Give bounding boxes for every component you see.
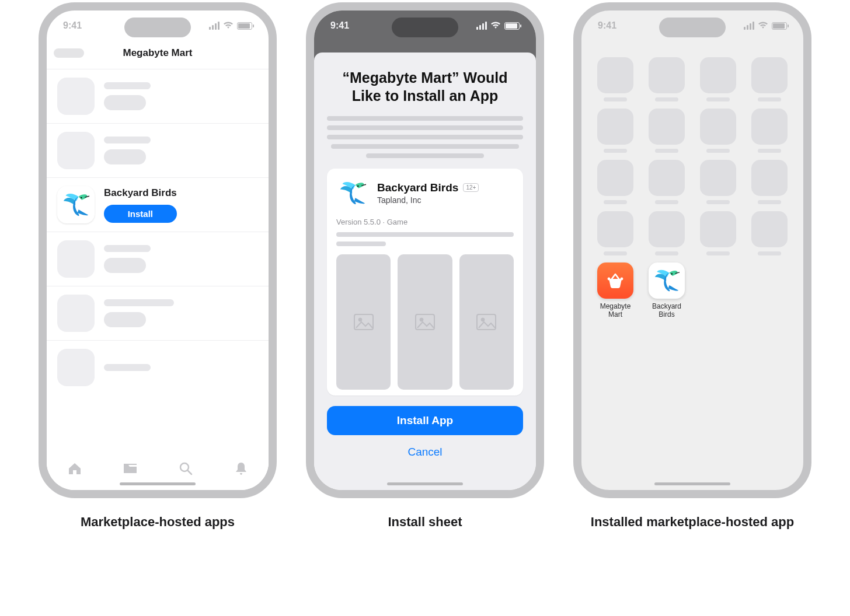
install-sheet: “Megabyte Mart” Would Like to Install an… xyxy=(314,52,536,490)
list-item[interactable] xyxy=(47,232,269,286)
caption-c: Installed marketplace-hosted app xyxy=(591,514,794,530)
status-icons xyxy=(209,21,252,30)
tab-search[interactable] xyxy=(177,460,194,479)
app-name-label: Backyard Birds xyxy=(104,187,177,199)
home-app-placeholder[interactable] xyxy=(592,57,639,102)
nav-back-placeholder[interactable] xyxy=(54,48,84,58)
list-item-texts xyxy=(104,299,174,327)
install-button[interactable]: Install xyxy=(104,205,177,223)
app-name-label: Backyard Birds xyxy=(377,181,458,194)
install-app-button[interactable]: Install App xyxy=(327,406,523,435)
status-icons xyxy=(476,21,520,30)
battery-icon xyxy=(237,22,252,30)
app-icon-placeholder xyxy=(57,78,95,115)
home-app-placeholder[interactable] xyxy=(643,57,690,102)
status-time: 9:41 xyxy=(330,20,349,31)
home-app-label: Backyard Birds xyxy=(643,302,690,319)
text-placeholder xyxy=(104,364,151,371)
wifi-icon xyxy=(758,21,768,30)
home-app-placeholder[interactable] xyxy=(643,108,690,153)
text-placeholder xyxy=(104,245,151,252)
battery-icon xyxy=(772,22,787,30)
home-app-placeholder[interactable] xyxy=(695,160,741,204)
app-card-header: Backyard Birds 12+ Tapland, Inc xyxy=(336,177,514,209)
home-app-label: Megabyte Mart xyxy=(592,302,639,319)
home-app-placeholder[interactable] xyxy=(746,57,793,102)
list-item-texts xyxy=(104,82,151,110)
home-app-placeholder[interactable] xyxy=(695,211,741,256)
age-rating-badge: 12+ xyxy=(463,183,479,192)
screenshot-row[interactable] xyxy=(336,254,514,390)
text-placeholder xyxy=(104,136,151,144)
backyard-birds-icon xyxy=(649,262,685,299)
nav-bar: Megabyte Mart xyxy=(47,41,269,65)
screenshot-placeholder xyxy=(398,254,452,390)
phone-column-a: 9:41 Megabyte Mart xyxy=(35,2,280,530)
tab-folder[interactable] xyxy=(122,460,138,479)
list-item[interactable] xyxy=(47,341,269,394)
app-card-description-placeholder xyxy=(336,232,514,246)
button-placeholder xyxy=(104,149,146,164)
list-item-texts xyxy=(104,245,151,273)
tab-notifications[interactable] xyxy=(233,460,249,479)
list-item-backyard-birds[interactable]: Backyard Birds Install xyxy=(47,178,269,232)
home-app-placeholder[interactable] xyxy=(746,108,793,153)
backyard-birds-icon xyxy=(336,177,369,209)
svg-point-5 xyxy=(180,463,189,471)
version-meta-label: Version 5.5.0 · Game xyxy=(336,218,514,226)
home-app-megabyte-mart[interactable]: Megabyte Mart xyxy=(592,262,639,319)
app-card: Backyard Birds 12+ Tapland, Inc Version … xyxy=(327,169,523,396)
wifi-icon xyxy=(223,21,234,30)
button-placeholder xyxy=(104,258,146,273)
cancel-button[interactable]: Cancel xyxy=(327,441,523,463)
app-icon-placeholder xyxy=(57,132,95,169)
text-placeholder xyxy=(104,299,174,306)
caption-a: Marketplace-hosted apps xyxy=(81,514,235,530)
cellular-icon xyxy=(744,22,754,30)
button-placeholder xyxy=(104,95,146,110)
text-placeholder xyxy=(104,82,151,89)
marketplace-screen: Megabyte Mart xyxy=(47,41,269,490)
screenshot-placeholder xyxy=(459,254,514,390)
nav-title: Megabyte Mart xyxy=(123,47,192,59)
tab-home[interactable] xyxy=(67,460,83,479)
home-indicator[interactable] xyxy=(654,482,730,485)
status-icons xyxy=(744,21,787,30)
list-item-texts xyxy=(104,364,151,371)
home-app-placeholder[interactable] xyxy=(643,211,690,256)
status-time: 9:41 xyxy=(598,20,616,31)
home-app-placeholder[interactable] xyxy=(592,160,639,204)
status-time: 9:41 xyxy=(63,20,82,31)
backyard-birds-icon xyxy=(57,186,95,223)
home-app-placeholder[interactable] xyxy=(592,211,639,256)
home-indicator[interactable] xyxy=(120,482,196,485)
phones-row: 9:41 Megabyte Mart xyxy=(35,2,815,530)
home-app-placeholder[interactable] xyxy=(695,57,741,102)
wifi-icon xyxy=(490,21,501,30)
list-item-texts: Backyard Birds Install xyxy=(104,187,177,223)
list-item[interactable] xyxy=(47,286,269,341)
app-list[interactable]: Backyard Birds Install xyxy=(47,65,269,398)
list-item-texts xyxy=(104,136,151,164)
home-app-placeholder[interactable] xyxy=(746,160,793,204)
phone-column-c: 9:41 xyxy=(570,2,815,530)
home-app-placeholder[interactable] xyxy=(695,108,741,153)
home-app-placeholder[interactable] xyxy=(592,108,639,153)
list-item[interactable] xyxy=(47,69,269,124)
home-screen[interactable]: Megabyte Mart Backyard Birds xyxy=(581,43,803,464)
battery-icon xyxy=(504,22,520,30)
screenshot-placeholder xyxy=(336,254,391,390)
dynamic-island xyxy=(124,18,191,37)
app-icon-placeholder xyxy=(57,295,95,332)
description-placeholder xyxy=(327,116,523,158)
phone-frame-c: 9:41 xyxy=(573,2,811,498)
home-app-placeholder[interactable] xyxy=(746,211,793,256)
megabyte-mart-icon xyxy=(597,262,633,299)
list-item[interactable] xyxy=(47,124,269,178)
home-app-backyard-birds[interactable]: Backyard Birds xyxy=(643,262,690,319)
home-app-placeholder[interactable] xyxy=(643,160,690,204)
phone-frame-a: 9:41 Megabyte Mart xyxy=(39,2,277,498)
home-indicator[interactable] xyxy=(387,482,463,485)
app-icon-placeholder xyxy=(57,349,95,386)
caption-b: Install sheet xyxy=(388,514,462,530)
